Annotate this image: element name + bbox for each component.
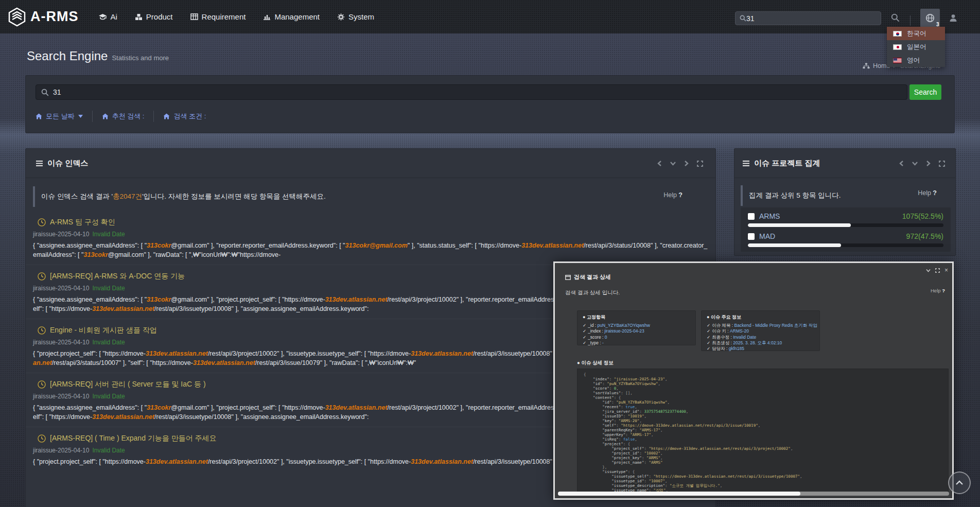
- menu-item-requirement[interactable]: Requirement: [190, 12, 246, 21]
- filter-search-condition[interactable]: 검색 조건 :: [163, 112, 206, 121]
- check-icon: ✓: [707, 323, 710, 328]
- sitemap-icon: [863, 63, 870, 69]
- horizontal-scrollbar[interactable]: [558, 492, 949, 496]
- info-suffix: '입니다. 자세한 정보를 보시려면 해당 항목을 선택해주세요.: [142, 193, 326, 200]
- main-search-input[interactable]: [53, 88, 902, 96]
- brand-name: A-RMS: [30, 9, 79, 25]
- home-icon: [36, 113, 42, 119]
- field-row: ✓최초생성 : 2025. 3. 28. 오후 4:02:10: [707, 340, 814, 346]
- modal-json-code[interactable]: { "index": "jiraissue-2025-04-23", "id":…: [577, 369, 949, 492]
- progress-bar-fill: [748, 223, 851, 227]
- issue-key-info-box: ● 이슈 주요 정보 ✓이슈 제목 : Backend - Middle Pro…: [701, 310, 820, 351]
- scroll-to-top-button[interactable]: [948, 471, 971, 494]
- info-accent-bar: [741, 185, 743, 206]
- chevron-down-icon: [78, 115, 83, 118]
- search-icon-button[interactable]: [891, 13, 900, 22]
- issue-index-panel-title: 이슈 인덱스: [36, 159, 88, 168]
- issue-title-row[interactable]: A-RMS 팀 구성 확인: [38, 218, 708, 227]
- top-navbar: A-RMS Ai Product Requirement Management …: [0, 0, 980, 33]
- search-result-detail-modal: × 검색 결과 상세 검색 결과 상세 입니다. Help ? ● 고정항목 ✓…: [553, 261, 954, 500]
- field-row: ✓_type : -: [583, 340, 690, 346]
- aggregate-info: 집계 결과 상위 5 항목 입니다. Help ?: [741, 185, 949, 206]
- field-row: ✓_score : 0: [583, 335, 690, 340]
- chevron-up-icon: [955, 480, 964, 485]
- close-icon[interactable]: ×: [944, 268, 948, 273]
- search-button[interactable]: Search: [909, 84, 941, 100]
- brand-hexagon-icon: [8, 7, 26, 27]
- info-count: 총2047건: [113, 193, 142, 200]
- issue-detail-section-header: ● 이슈 상세 정보: [577, 360, 614, 366]
- menu-item-system[interactable]: System: [337, 12, 374, 21]
- info-accent-bar: [33, 186, 35, 207]
- help-link[interactable]: Help ?: [918, 189, 937, 197]
- field-row: ✓이슈 제목 : Backend - Middle Proxy Redis 초기…: [707, 323, 814, 328]
- expand-icon[interactable]: [935, 268, 940, 273]
- language-dropdown: 한국어 일본어 영어: [887, 27, 945, 67]
- issue-title[interactable]: Engine - 비회원 게시판 샘플 작업: [50, 326, 157, 335]
- user-icon-button[interactable]: [949, 13, 958, 23]
- modal-info-text: 검색 결과 상세 입니다.: [565, 289, 620, 296]
- field-row: ✓_id : puN_YZYBaKa7OYiqwshw: [583, 323, 690, 328]
- menu-label: Requirement: [202, 12, 246, 21]
- issue-title[interactable]: [ARMS-REQ] ( Time ) Expand 기능을 만들어 주세요: [50, 434, 217, 443]
- field-row: ✓이슈 키 : ARMS-20: [707, 328, 814, 334]
- issue-type-clock-icon: [38, 380, 46, 389]
- expand-icon[interactable]: [939, 161, 945, 167]
- field-row: ✓_index : jiraissue-2025-04-23: [583, 328, 690, 334]
- chevron-left-icon[interactable]: [657, 161, 662, 166]
- modal-title: 검색 결과 상세: [565, 273, 611, 281]
- chevron-down-icon[interactable]: [912, 161, 918, 166]
- lang-label: 영어: [907, 56, 920, 65]
- issue-type-clock-icon: [38, 434, 46, 443]
- invalid-date-label: Invalid Date: [92, 447, 125, 454]
- help-link[interactable]: Help ?: [931, 288, 945, 293]
- issue-title[interactable]: A-RMS 팀 구성 확인: [50, 218, 115, 227]
- modal-controls: ×: [926, 268, 948, 273]
- main-menu: Ai Product Requirement Management System: [98, 12, 392, 21]
- lang-label: 한국어: [907, 29, 926, 38]
- lang-item-japanese[interactable]: 일본어: [887, 40, 945, 54]
- chevron-down-icon[interactable]: [670, 161, 676, 166]
- filter-recommended-search[interactable]: 추천 검색 :: [102, 112, 145, 121]
- help-link[interactable]: Help ?: [663, 191, 682, 199]
- chevron-right-icon[interactable]: [684, 161, 689, 166]
- navbar-divider: [910, 15, 911, 26]
- navbar-search-input[interactable]: [746, 14, 877, 23]
- check-icon: ✓: [707, 328, 710, 334]
- progress-bar-track: [748, 223, 943, 227]
- bar-chart-icon: [263, 13, 271, 20]
- lang-item-english[interactable]: 영어: [887, 54, 945, 67]
- aggregate-row[interactable]: MAD 972(47.5%): [748, 232, 943, 247]
- chevron-down-icon[interactable]: [926, 269, 931, 272]
- issue-index-info-text: 이슈 인덱스 검색 결과 '총2047건'입니다. 자세한 정보를 보시려면 해…: [41, 192, 326, 201]
- menu-item-product[interactable]: Product: [135, 12, 173, 21]
- aggregate-row[interactable]: ARMS 1075(52.5%): [748, 212, 943, 227]
- menu-item-management[interactable]: Management: [263, 12, 320, 21]
- project-label[interactable]: MAD: [759, 232, 775, 240]
- menu-item-ai[interactable]: Ai: [98, 12, 117, 21]
- issue-title[interactable]: [ARMS-REQ] 서버 관리 ( Server 모듈 및 IaC 등 ): [50, 380, 206, 389]
- issue-list-item[interactable]: A-RMS 팀 구성 확인 jiraissue-2025-04-10Invali…: [26, 211, 715, 265]
- menu-label: Ai: [111, 12, 117, 21]
- aggregate-results-box: ARMS 1075(52.5%) MAD 972(47.5%): [741, 207, 951, 252]
- progress-bar-track: [748, 243, 943, 247]
- window-icon: [565, 275, 571, 280]
- checkbox[interactable]: [748, 233, 755, 240]
- chevron-right-icon[interactable]: [926, 161, 931, 166]
- invalid-date-label: Invalid Date: [92, 339, 125, 346]
- project-label[interactable]: ARMS: [759, 212, 780, 220]
- filter-all-dates[interactable]: 모든 날짜: [36, 112, 83, 121]
- page-title: Search EngineStatistics and more: [27, 49, 169, 63]
- app-logo[interactable]: A-RMS: [8, 7, 79, 27]
- chevron-left-icon[interactable]: [899, 161, 904, 166]
- lang-item-korean[interactable]: 한국어: [887, 27, 945, 40]
- scrollbar-thumb[interactable]: [558, 492, 800, 496]
- check-icon: ✓: [707, 335, 710, 340]
- menu-label: Management: [274, 12, 320, 21]
- filter-divider: [92, 111, 93, 122]
- issue-title[interactable]: [ARMS-REQ] A-RMS 와 A-DOC 연동 기능: [50, 272, 185, 281]
- filter-label: 추천 검색 :: [112, 112, 145, 121]
- issue-meta: jiraissue-2025-04-10Invalid Date: [33, 231, 708, 238]
- expand-icon[interactable]: [697, 161, 703, 167]
- checkbox[interactable]: [748, 213, 755, 220]
